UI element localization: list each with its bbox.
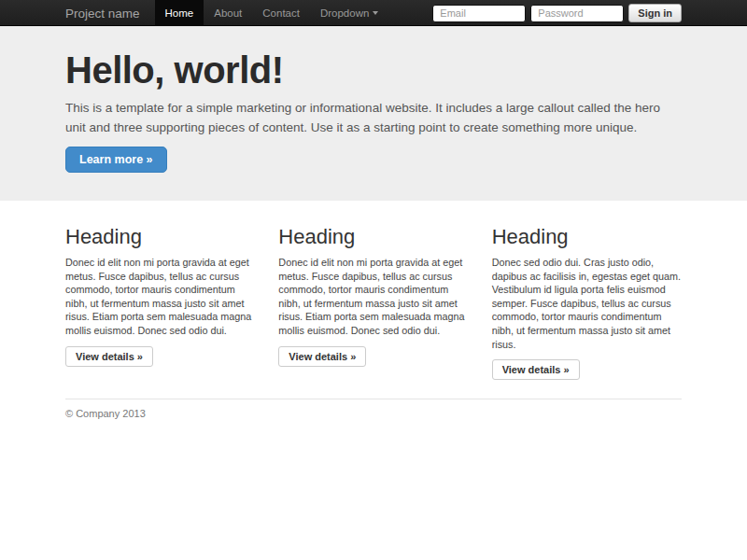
brand[interactable]: Project name xyxy=(65,7,155,21)
column-heading: Heading xyxy=(278,225,468,249)
nav-item-dropdown[interactable]: Dropdown xyxy=(310,0,388,26)
hero-description: This is a template for a simple marketin… xyxy=(65,98,682,137)
marketing-content: Heading Donec id elit non mi porta gravi… xyxy=(65,225,682,419)
nav-item-label: About xyxy=(214,0,242,26)
marketing-column-3: Heading Donec sed odio dui. Cras justo o… xyxy=(492,225,682,380)
main-nav: Home About Contact Dropdown xyxy=(155,0,389,26)
learn-more-button[interactable]: Learn more » xyxy=(65,147,167,173)
column-body: Donec id elit non mi porta gravida at eg… xyxy=(65,256,255,338)
caret-down-icon xyxy=(373,11,378,15)
nav-item-about[interactable]: About xyxy=(204,0,252,26)
sign-in-button[interactable]: Sign in xyxy=(628,4,682,22)
marketing-column-1: Heading Donec id elit non mi porta gravi… xyxy=(65,225,255,380)
column-body: Donec id elit non mi porta gravida at eg… xyxy=(278,256,468,338)
nav-item-home[interactable]: Home xyxy=(155,0,204,26)
nav-item-label: Home xyxy=(165,0,194,26)
marketing-column-2: Heading Donec id elit non mi porta gravi… xyxy=(278,225,468,380)
column-heading: Heading xyxy=(65,225,255,249)
navbar: Project name Home About Contact Dropdown… xyxy=(0,0,747,26)
copyright-text: © Company 2013 xyxy=(65,408,682,419)
hero-title: Hello, world! xyxy=(65,50,682,90)
footer-divider xyxy=(65,399,682,399)
view-details-button-2[interactable]: View details » xyxy=(278,346,366,367)
view-details-button-3[interactable]: View details » xyxy=(492,359,580,380)
column-body: Donec sed odio dui. Cras justo odio, dap… xyxy=(492,256,682,351)
hero-unit: Hello, world! This is a template for a s… xyxy=(0,26,747,201)
nav-item-contact[interactable]: Contact xyxy=(252,0,310,26)
view-details-button-1[interactable]: View details » xyxy=(65,346,153,367)
nav-item-label: Dropdown xyxy=(320,0,369,26)
footer: © Company 2013 xyxy=(65,408,682,419)
nav-item-label: Contact xyxy=(262,0,300,26)
signin-form: Sign in xyxy=(432,4,682,22)
password-field[interactable] xyxy=(530,5,624,22)
column-heading: Heading xyxy=(492,225,682,249)
email-field[interactable] xyxy=(432,5,526,22)
